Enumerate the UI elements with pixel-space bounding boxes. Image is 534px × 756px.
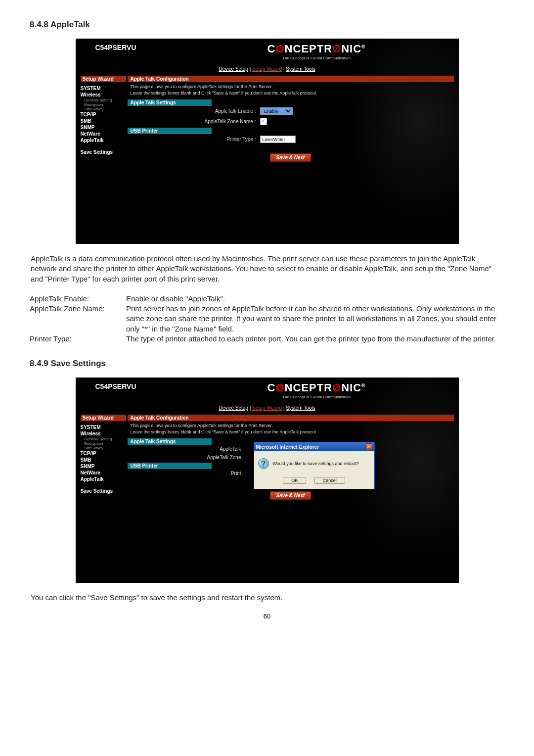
sidebar-tcpip[interactable]: TCP/IP <box>81 111 126 118</box>
label-zone-name: AppleTalk Zone Name : <box>131 119 259 124</box>
main-panel: Apple Talk Configuration This page allow… <box>128 415 459 583</box>
config-title: Apple Talk Configuration <box>128 415 454 421</box>
screenshot-header: C54PSERVU CØNCEPTRØNIC® The Concept of G… <box>76 39 459 61</box>
sidebar-tcpip[interactable]: TCP/IP <box>81 450 126 457</box>
dialog-message: Would you like to save settings and rebo… <box>273 461 359 466</box>
nav-device-setup[interactable]: Device Setup <box>219 66 248 72</box>
sidebar-system[interactable]: SYSTEM <box>81 424 126 430</box>
row-appletalk-enable: AppleTalk Enable : Enable <box>128 106 454 116</box>
brand-post2: NIC <box>341 381 361 394</box>
paragraph-save-settings: You can click the "Save Settings" to sav… <box>30 593 504 603</box>
sidebar-system[interactable]: SYSTEM <box>81 85 126 92</box>
nav-setup-wizard[interactable]: Setup Wizard <box>252 405 282 411</box>
sidebar-save-settings[interactable]: Save Settings <box>81 149 126 155</box>
input-printer-type[interactable] <box>260 136 296 143</box>
label-zone-name-partial: AppleTalk Zone <box>131 455 244 460</box>
label-appletalk-enable-partial: AppleTalk <box>131 446 244 452</box>
cancel-button[interactable]: Cancel <box>314 477 345 484</box>
config-title: Apple Talk Configuration <box>128 76 454 82</box>
nav-system-tools[interactable]: System Tools <box>286 66 315 72</box>
sidebar-setup-wizard[interactable]: Setup Wizard <box>81 76 126 82</box>
screenshot-save-settings: C54PSERVU CØNCEPTRØNIC® The Concept of G… <box>76 378 459 583</box>
sidebar-wireless[interactable]: Wireless <box>81 92 126 98</box>
top-nav: Device Setup | Setup Wizard | System Too… <box>76 400 459 415</box>
dialog-body: ? Would you like to save settings and re… <box>254 451 374 472</box>
screenshot-body: Setup Wizard SYSTEM Wireless General Set… <box>76 415 459 583</box>
brand-pre: C <box>267 381 276 394</box>
sidebar-sitesurvey[interactable]: SiteSurvey <box>81 446 126 450</box>
label-appletalk-enable: AppleTalk Enable : <box>131 108 259 114</box>
config-desc1: This page allows you to configure AppleT… <box>128 422 454 428</box>
brand-post2: NIC <box>341 43 361 55</box>
usb-printer-title: USB Printer <box>128 463 212 469</box>
nav-setup-wizard[interactable]: Setup Wizard <box>252 66 282 72</box>
def-desc-zone: Print server has to join zones of AppleT… <box>126 304 504 334</box>
definitions-table: AppleTalk Enable: Enable or disable "App… <box>30 294 504 344</box>
sidebar-appletalk[interactable]: AppleTalk <box>81 137 126 143</box>
brand-logo: CØNCEPTRØNIC® <box>179 43 454 55</box>
section-heading-save-settings: 8.4.9 Save Settings <box>30 359 504 369</box>
config-desc2: Leave the settings boxes blank and Click… <box>128 428 454 437</box>
input-zone-name[interactable] <box>260 118 267 125</box>
screenshot-appletalk: C54PSERVU CØNCEPTRØNIC® The Concept of G… <box>76 39 459 244</box>
sidebar: Setup Wizard SYSTEM Wireless General Set… <box>76 415 128 583</box>
main-panel: Apple Talk Configuration This page allow… <box>128 76 459 244</box>
brand-logo: CØNCEPTRØNIC® <box>179 381 454 394</box>
sidebar-appletalk[interactable]: AppleTalk <box>81 476 126 482</box>
sidebar-general-setting[interactable]: General Setting <box>81 437 126 441</box>
save-next-button[interactable]: Save & Next <box>270 153 312 162</box>
sidebar-save-settings[interactable]: Save Settings <box>81 488 126 494</box>
def-row-enable: AppleTalk Enable: Enable or disable "App… <box>30 294 504 304</box>
def-row-zone: AppleTalk Zone Name: Print server has to… <box>30 304 504 334</box>
sidebar-netware[interactable]: NetWare <box>81 131 126 137</box>
brand-reg: ® <box>361 383 365 388</box>
sidebar-encryption[interactable]: Encryption <box>81 441 126 446</box>
sidebar-smb[interactable]: SMB <box>81 457 126 463</box>
label-printer-type: Printer Type : <box>131 137 259 142</box>
def-row-ptype: Printer Type: The type of printer attach… <box>30 334 504 344</box>
row-zone-name: AppleTalk Zone Name : <box>128 116 454 127</box>
sidebar-sitesurvey[interactable]: SiteSurvey <box>81 107 126 111</box>
brand-mid2: Ø <box>332 43 341 55</box>
section-heading-appletalk: 8.4.8 AppleTalk <box>30 20 504 30</box>
def-label-zone: AppleTalk Zone Name: <box>30 304 126 314</box>
sidebar-snmp[interactable]: SNMP <box>81 124 126 131</box>
ok-button[interactable]: OK <box>283 477 306 484</box>
config-desc2: Leave the settings boxes blank and Click… <box>128 90 454 98</box>
sidebar-smb[interactable]: SMB <box>81 118 126 124</box>
screenshot-header: C54PSERVU CØNCEPTRØNIC® The Concept of G… <box>76 378 459 400</box>
def-label-ptype: Printer Type: <box>30 334 126 344</box>
brand-tagline: The Concept of Global Communication <box>179 56 454 60</box>
brand-area: CØNCEPTRØNIC® The Concept of Global Comm… <box>179 43 454 60</box>
nav-device-setup[interactable]: Device Setup <box>219 405 248 411</box>
sidebar: Setup Wizard SYSTEM Wireless General Set… <box>76 76 128 244</box>
top-nav: Device Setup | Setup Wizard | System Too… <box>76 61 459 76</box>
sidebar-setup-wizard[interactable]: Setup Wizard <box>81 415 126 421</box>
page-number: 60 <box>30 613 504 620</box>
confirm-dialog: Microsoft Internet Explorer × ? Would yo… <box>254 442 375 489</box>
save-next-button[interactable]: Save & Next <box>270 491 312 500</box>
product-name: C54PSERVU <box>95 43 179 51</box>
dialog-buttons: OK Cancel <box>254 472 374 489</box>
dialog-titlebar: Microsoft Internet Explorer × <box>254 442 374 451</box>
row-printer-type: Printer Type : <box>128 134 454 144</box>
close-icon[interactable]: × <box>365 443 372 450</box>
sidebar-encryption[interactable]: Encryption <box>81 102 126 107</box>
def-desc-enable: Enable or disable "AppleTalk". <box>126 294 504 304</box>
sidebar-snmp[interactable]: SNMP <box>81 463 126 470</box>
brand-area: CØNCEPTRØNIC® The Concept of Global Comm… <box>179 381 454 399</box>
sidebar-general-setting[interactable]: General Setting <box>81 98 126 102</box>
paragraph-appletalk-intro: AppleTalk is a data communication protoc… <box>30 254 504 284</box>
brand-mid: Ø <box>275 381 284 394</box>
brand-mid2: Ø <box>332 381 341 394</box>
brand-reg: ® <box>361 44 365 49</box>
nav-system-tools[interactable]: System Tools <box>286 405 315 411</box>
spacer <box>128 504 454 558</box>
sidebar-wireless[interactable]: Wireless <box>81 430 126 437</box>
brand-post: NCEPTR <box>285 43 332 55</box>
dialog-title-text: Microsoft Internet Explorer <box>256 444 319 450</box>
screenshot-body: Setup Wizard SYSTEM Wireless General Set… <box>76 76 459 244</box>
select-appletalk-enable[interactable]: Enable <box>260 107 293 115</box>
sidebar-netware[interactable]: NetWare <box>81 470 126 476</box>
brand-pre: C <box>267 43 276 55</box>
